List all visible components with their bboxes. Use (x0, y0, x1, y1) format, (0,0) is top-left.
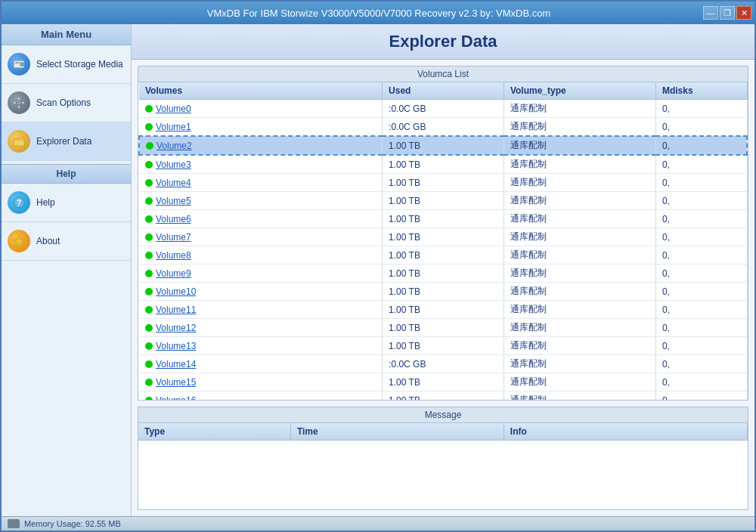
volume-name[interactable]: Volume14 (156, 359, 196, 370)
table-row[interactable]: Volume0:0.0C GB通库配制0, (139, 100, 747, 118)
volume-name[interactable]: Volume16 (156, 395, 196, 401)
sidebar-item-about[interactable]: About (2, 222, 131, 261)
sidebar-item-label-storage: Select Storage Media (36, 59, 123, 70)
table-row[interactable]: Volume111.00 TB通库配制0, (139, 301, 747, 319)
volume-name[interactable]: Volume9 (156, 268, 191, 279)
volume-mdisks-cell: 0, (655, 355, 747, 373)
page-title: Explorer Data (132, 24, 754, 60)
close-button[interactable]: ✕ (736, 6, 751, 20)
status-dot (145, 342, 153, 350)
volumes-section: Volumca List Volumes Used Volume_type Md… (132, 60, 754, 407)
disk-icon (8, 53, 30, 76)
volume-type-cell: 通库配制 (503, 264, 655, 283)
volume-name[interactable]: Volume0 (156, 104, 191, 114)
sidebar-item-label-help: Help (36, 197, 55, 208)
table-row[interactable]: Volume41.00 TB通库配制0, (139, 174, 747, 192)
volume-mdisks-cell: 0, (655, 192, 747, 210)
status-dot (145, 397, 153, 401)
volume-used-cell: 1.00 TB (383, 136, 504, 155)
table-row[interactable]: Volume81.00 TB通库配制0, (139, 246, 747, 264)
volume-used-cell: :0.0C GB (383, 118, 504, 137)
volume-mdisks-cell: 0, (655, 391, 747, 401)
volume-used-cell: 1.00 TB (383, 301, 504, 319)
svg-rect-9 (22, 102, 24, 104)
volume-name[interactable]: Volume11 (156, 305, 196, 315)
status-dot (145, 360, 153, 368)
table-row[interactable]: Volume14:0.0C GB通库配制0, (139, 355, 747, 373)
table-row[interactable]: Volume101.00 TB通库配制0, (139, 283, 747, 301)
table-row[interactable]: Volume161.00 TB通库配制0, (139, 391, 747, 401)
volume-mdisks-cell: 0, (655, 136, 747, 155)
volume-name-cell: Volume16 (139, 391, 383, 401)
volume-mdisks-cell: 0, (655, 155, 747, 174)
volume-mdisks-cell: 0, (655, 118, 747, 137)
memory-usage-text: Memory Usage: 92.55 MB (24, 519, 121, 528)
table-row[interactable]: Volume1:0.0C GB通库配制0, (139, 118, 747, 137)
volume-type-cell: 通库配制 (503, 246, 655, 264)
volume-type-cell: 通库配制 (503, 319, 655, 337)
volumes-table[interactable]: Volumes Used Volume_type Mdisks Volume0:… (138, 82, 748, 401)
folder-icon (8, 130, 30, 153)
sidebar-item-select-storage-media[interactable]: Select Storage Media (2, 45, 131, 84)
table-row[interactable]: Volume61.00 TB通库配制0, (139, 210, 747, 228)
volume-type-cell: 通库配制 (503, 174, 655, 192)
table-row[interactable]: Volume91.00 TB通库配制0, (139, 264, 747, 283)
volume-type-cell: 通库配制 (503, 355, 655, 373)
volume-name-cell: Volume13 (139, 337, 383, 355)
volume-used-cell: 1.00 TB (383, 228, 504, 246)
table-row[interactable]: Volume121.00 TB通库配制0, (139, 319, 747, 337)
table-row[interactable]: Volume131.00 TB通库配制0, (139, 337, 747, 355)
message-label: Message (138, 407, 748, 422)
table-row[interactable]: Volume71.00 TB通库配制0, (139, 228, 747, 246)
volume-used-cell: 1.00 TB (383, 264, 504, 283)
help-icon: ? (8, 191, 30, 214)
volume-name[interactable]: Volume3 (156, 159, 191, 170)
volume-name-cell: Volume0 (139, 100, 383, 118)
volume-name[interactable]: Volume6 (156, 214, 191, 224)
volume-name[interactable]: Volume13 (156, 341, 196, 351)
status-dot (145, 288, 153, 295)
volume-name-cell: Volume8 (139, 246, 383, 264)
table-row[interactable]: Volume51.00 TB通库配制0, (139, 192, 747, 210)
volume-name-cell: Volume4 (139, 174, 383, 192)
volume-name[interactable]: Volume10 (156, 286, 196, 297)
volume-name[interactable]: Volume5 (156, 196, 191, 206)
volume-name[interactable]: Volume1 (156, 122, 191, 132)
volume-name[interactable]: Volume2 (156, 141, 192, 151)
volume-name-cell: Volume9 (139, 264, 383, 283)
volume-type-cell: 通库配制 (503, 136, 655, 155)
svg-text:?: ? (17, 198, 22, 207)
volume-used-cell: 1.00 TB (383, 391, 504, 401)
sidebar-main-menu-header: Main Menu (2, 24, 131, 45)
volume-name-cell: Volume12 (139, 319, 383, 337)
main-layout: Main Menu Select Storage Media (2, 24, 754, 516)
volume-name[interactable]: Volume12 (156, 323, 196, 333)
minimize-button[interactable]: — (703, 6, 718, 20)
volume-used-cell: :0.0C GB (383, 355, 504, 373)
table-row[interactable]: Volume151.00 TB通库配制0, (139, 373, 747, 391)
volume-name[interactable]: Volume4 (156, 178, 191, 188)
sidebar-item-help[interactable]: ? Help (2, 184, 131, 222)
gear-icon (8, 91, 30, 114)
sidebar-item-explorer-data[interactable]: Explorer Data (2, 122, 131, 161)
volume-used-cell: 1.00 TB (383, 283, 504, 301)
volume-name-cell: Volume1 (139, 118, 383, 137)
sidebar-item-scan-options[interactable]: Scan Options (2, 84, 131, 122)
status-dot (145, 270, 153, 277)
about-icon (8, 230, 30, 252)
volume-name[interactable]: Volume8 (156, 250, 191, 261)
volume-name[interactable]: Volume7 (156, 232, 191, 243)
volume-mdisks-cell: 0, (655, 228, 747, 246)
table-row[interactable]: Volume21.00 TB通库配制0, (139, 136, 747, 155)
table-row[interactable]: Volume31.00 TB通库配制0, (139, 155, 747, 174)
status-dot (145, 123, 153, 131)
volume-name[interactable]: Volume15 (156, 377, 196, 388)
volume-type-cell: 通库配制 (503, 155, 655, 174)
volume-name-cell: Volume6 (139, 210, 383, 228)
sidebar-help-header: Help (2, 164, 131, 184)
volume-mdisks-cell: 0, (655, 319, 747, 337)
status-dot (145, 197, 153, 205)
volume-name-cell: Volume14 (139, 355, 383, 373)
restore-button[interactable]: ❐ (720, 6, 735, 20)
volume-type-cell: 通库配制 (503, 373, 655, 391)
